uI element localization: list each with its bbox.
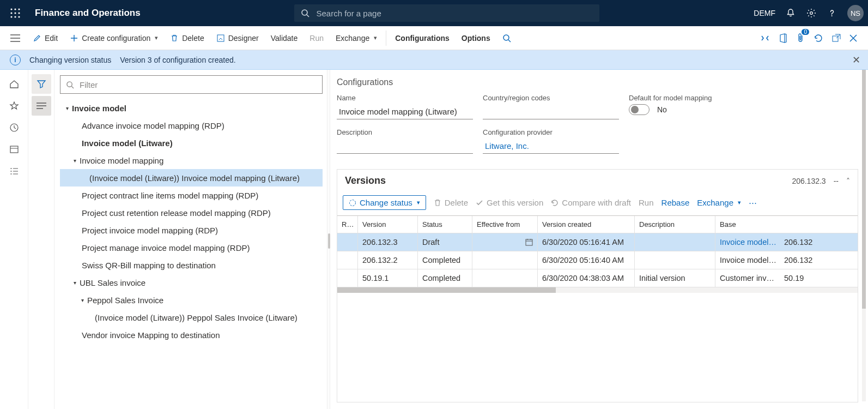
tree-node-invoice-model[interactable]: ▾Invoice model: [60, 99, 323, 117]
col-effective[interactable]: Effective from: [472, 216, 538, 233]
col-description[interactable]: Description: [635, 216, 715, 233]
search-icon: [66, 81, 74, 89]
col-base[interactable]: Base: [715, 216, 780, 233]
more-actions-icon[interactable]: ⋯: [749, 198, 757, 208]
recent-icon[interactable]: [4, 118, 24, 137]
close-icon[interactable]: [849, 34, 857, 42]
caret-down-icon: ▾: [77, 297, 87, 303]
grid-row[interactable]: 50.19.1 Completed 6/30/2020 04:38:03 AM …: [337, 269, 858, 287]
create-configuration-button[interactable]: Create configuration ▾: [64, 26, 163, 50]
tree-node[interactable]: Project cust retention release model map…: [60, 204, 323, 221]
col-revision[interactable]: R…: [337, 216, 358, 233]
tree-node[interactable]: Invoice model (Litware): [60, 134, 323, 152]
banner-close-icon[interactable]: ✕: [852, 54, 860, 66]
svg-point-21: [350, 200, 356, 206]
calendar-icon[interactable]: [525, 238, 533, 246]
description-input[interactable]: [337, 139, 473, 154]
help-icon[interactable]: [827, 8, 837, 19]
detail-section-title: Configurations: [337, 77, 858, 87]
favorite-icon[interactable]: [4, 96, 24, 116]
svg-rect-16: [833, 36, 838, 41]
office-icon[interactable]: [779, 33, 787, 43]
tree-node[interactable]: Project invoice model mapping (RDP): [60, 221, 323, 239]
run-button: Run: [304, 26, 329, 50]
svg-point-1: [14, 8, 16, 10]
list-view-icon[interactable]: [32, 96, 51, 116]
default-toggle-label: No: [657, 105, 667, 114]
tree-filter-input[interactable]: [78, 80, 317, 90]
nav-rail: [0, 70, 28, 409]
svg-line-20: [71, 86, 74, 88]
waffle-icon[interactable]: [4, 2, 26, 24]
exchange-button[interactable]: Exchange ▾: [330, 26, 383, 50]
versions-summary-version: 206.132.3: [792, 177, 825, 185]
popout-icon[interactable]: [832, 34, 841, 43]
chevron-down-icon: ▾: [738, 199, 741, 206]
versions-title: Versions: [345, 175, 386, 187]
svg-point-11: [810, 12, 813, 15]
col-created[interactable]: Version created: [538, 216, 635, 233]
search-icon: [502, 34, 511, 43]
detail-pane: Configurations Name Invoice model mappin…: [330, 70, 868, 409]
grid-row[interactable]: 206.132.2 Completed 6/30/2020 05:16:40 A…: [337, 251, 858, 269]
tree-node-invoice-model-mapping[interactable]: ▾Invoice model mapping: [60, 152, 323, 169]
bell-icon[interactable]: [785, 8, 796, 19]
default-toggle[interactable]: [629, 104, 650, 115]
config-provider-link[interactable]: Litware, Inc.: [483, 139, 619, 154]
home-icon[interactable]: [4, 74, 24, 94]
grid-row[interactable]: 206.132.3 Draft 6/30/2020 05:16:41 AM In…: [337, 233, 858, 251]
tree-node-selected[interactable]: (Invoice model (Litware)) Invoice model …: [60, 169, 323, 187]
attachments-icon[interactable]: 0: [796, 33, 805, 43]
refresh-icon[interactable]: [814, 33, 823, 43]
workspaces-icon[interactable]: [4, 140, 24, 159]
tree-node[interactable]: Vendor invoice Mapping to destination: [60, 326, 323, 344]
configurations-tab[interactable]: Configurations: [390, 26, 455, 50]
tree-node[interactable]: Swiss QR-Bill mapping to destination: [60, 256, 323, 274]
chevron-down-icon: ▾: [374, 34, 377, 41]
options-tab[interactable]: Options: [456, 26, 496, 50]
version-exchange-button[interactable]: Exchange ▾: [697, 198, 741, 207]
tree-node[interactable]: Project manage invoice model mapping (RD…: [60, 239, 323, 256]
tree-node[interactable]: (Invoice model (Litware)) Peppol Sales I…: [60, 309, 323, 326]
tree-node[interactable]: Advance invoice model mapping (RDP): [60, 117, 323, 134]
delete-button[interactable]: Delete: [165, 26, 209, 50]
connected-apps-icon[interactable]: [760, 34, 770, 42]
svg-rect-22: [526, 239, 532, 245]
find-button[interactable]: [497, 26, 517, 50]
chevron-down-icon: ▾: [155, 34, 158, 41]
edit-button[interactable]: Edit: [27, 26, 63, 50]
horizontal-scrollbar[interactable]: [337, 287, 858, 293]
search-box[interactable]: [294, 4, 599, 22]
separator: [386, 31, 386, 46]
rebase-button[interactable]: Rebase: [661, 198, 690, 207]
gear-icon[interactable]: [806, 8, 817, 19]
modules-icon[interactable]: [4, 161, 24, 181]
name-input[interactable]: Invoice model mapping (Litware): [337, 104, 473, 119]
app-title: Finance and Operations: [35, 8, 141, 19]
tree-filter[interactable]: [60, 75, 323, 94]
vertical-scrollbar[interactable]: [862, 70, 866, 401]
filter-icon[interactable]: [32, 74, 51, 94]
svg-rect-18: [10, 146, 18, 153]
company-code[interactable]: DEMF: [754, 9, 775, 17]
chevron-up-icon[interactable]: ˄: [846, 177, 850, 185]
change-status-button[interactable]: Change status ▾: [343, 195, 426, 210]
col-status[interactable]: Status: [418, 216, 472, 233]
caret-down-icon: ▾: [70, 158, 80, 164]
tree-node-ubl-sales-invoice[interactable]: ▾UBL Sales invoice: [60, 274, 323, 291]
validate-button[interactable]: Validate: [265, 26, 304, 50]
configuration-tree-pane: ▾Invoice model Advance invoice model map…: [54, 70, 327, 409]
designer-button[interactable]: Designer: [211, 26, 264, 50]
versions-summary-revision: --: [834, 177, 839, 185]
user-avatar[interactable]: NS: [847, 5, 864, 21]
country-codes-input[interactable]: [483, 104, 619, 119]
svg-line-10: [307, 15, 309, 17]
col-version[interactable]: Version: [358, 216, 418, 233]
tree-node[interactable]: Project contract line items model mappin…: [60, 187, 323, 204]
hamburger-icon[interactable]: [4, 34, 26, 42]
caret-down-icon: ▾: [62, 105, 72, 111]
search-input[interactable]: [315, 8, 593, 19]
svg-point-4: [14, 12, 16, 14]
svg-point-9: [302, 10, 307, 15]
tree-node-peppol[interactable]: ▾Peppol Sales Invoice: [60, 291, 323, 309]
